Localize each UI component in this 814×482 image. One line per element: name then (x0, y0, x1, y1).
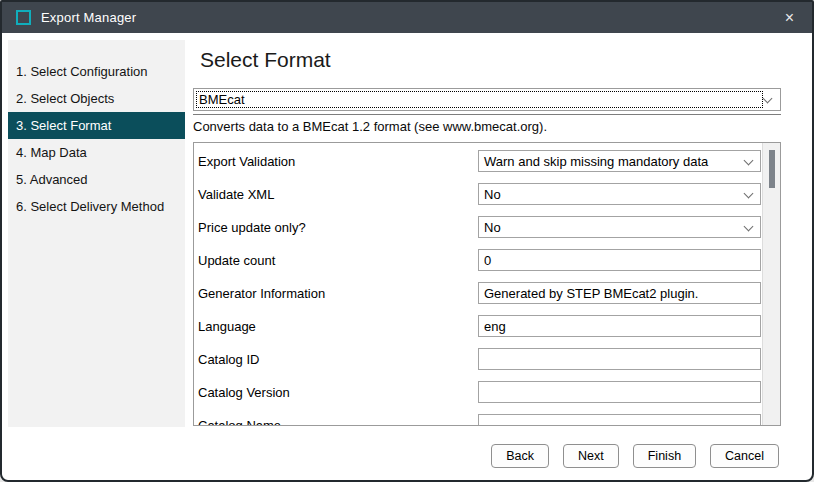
validate-xml-select[interactable]: No (478, 183, 761, 205)
form-row: Export ValidationWarn and skip missing m… (194, 150, 761, 183)
field-label: Language (198, 319, 256, 334)
export-manager-dialog: Export Manager × 1. Select Configuration… (0, 0, 814, 482)
format-description: Converts data to a BMEcat 1.2 format (se… (193, 119, 547, 134)
titlebar: Export Manager × (2, 2, 812, 33)
app-icon (16, 10, 31, 25)
chevron-down-icon (744, 156, 754, 166)
form-rows: Export ValidationWarn and skip missing m… (194, 150, 761, 426)
chevron-down-icon (763, 94, 773, 104)
vertical-scrollbar[interactable] (762, 143, 780, 425)
chevron-down-icon (744, 222, 754, 232)
sidebar-item-select-objects[interactable]: 2. Select Objects (8, 85, 185, 112)
language-input[interactable] (478, 315, 761, 337)
form-row: Language (194, 315, 761, 348)
price-update-only-select[interactable]: No (478, 216, 761, 238)
sidebar-item-advanced[interactable]: 5. Advanced (8, 166, 185, 193)
focus-ring (196, 91, 763, 108)
field-label: Validate XML (198, 187, 274, 202)
field-label: Generator Information (198, 286, 325, 301)
catalog-id-input[interactable] (478, 348, 761, 370)
scrollbar-thumb[interactable] (769, 150, 775, 188)
separator (193, 114, 781, 115)
select-value: No (484, 187, 501, 202)
chevron-down-icon (744, 189, 754, 199)
catalog-name-input[interactable] (478, 414, 761, 426)
form-row: Catalog Version (194, 381, 761, 414)
field-label: Catalog Version (198, 385, 290, 400)
wizard-buttons: BackNextFinishCancel (491, 444, 779, 468)
field-label: Catalog ID (198, 352, 259, 367)
export-validation-select[interactable]: Warn and skip missing mandatory data (478, 150, 761, 172)
form-row: Generator Information (194, 282, 761, 315)
window-title: Export Manager (41, 10, 136, 25)
field-label: Price update only? (198, 220, 306, 235)
wizard-steps-sidebar: 1. Select Configuration2. Select Objects… (8, 40, 185, 427)
sidebar-item-select-delivery-method[interactable]: 6. Select Delivery Method (8, 193, 185, 220)
form-row: Price update only?No (194, 216, 761, 249)
select-value: Warn and skip missing mandatory data (484, 154, 708, 169)
field-label: Update count (198, 253, 275, 268)
form-row: Catalog ID (194, 348, 761, 381)
field-label: Export Validation (198, 154, 295, 169)
sidebar-item-select-configuration[interactable]: 1. Select Configuration (8, 58, 185, 85)
form-row: Update count (194, 249, 761, 282)
catalog-version-input[interactable] (478, 381, 761, 403)
close-icon[interactable]: × (781, 8, 798, 28)
next-button[interactable]: Next (563, 444, 619, 468)
form-row: Catalog Name (194, 414, 761, 426)
cancel-button[interactable]: Cancel (710, 444, 779, 468)
back-button[interactable]: Back (491, 444, 549, 468)
format-select-value: BMEcat (199, 92, 245, 107)
form-row: Validate XMLNo (194, 183, 761, 216)
finish-button[interactable]: Finish (633, 444, 696, 468)
select-value: No (484, 220, 501, 235)
sidebar-item-select-format[interactable]: 3. Select Format (8, 112, 185, 139)
field-label: Catalog Name (198, 418, 281, 427)
sidebar-item-map-data[interactable]: 4. Map Data (8, 139, 185, 166)
format-options-panel: Export ValidationWarn and skip missing m… (193, 142, 781, 426)
format-select[interactable]: BMEcat (193, 88, 781, 111)
page-title: Select Format (200, 48, 331, 72)
generator-information-input[interactable] (478, 282, 761, 304)
update-count-input[interactable] (478, 249, 761, 271)
